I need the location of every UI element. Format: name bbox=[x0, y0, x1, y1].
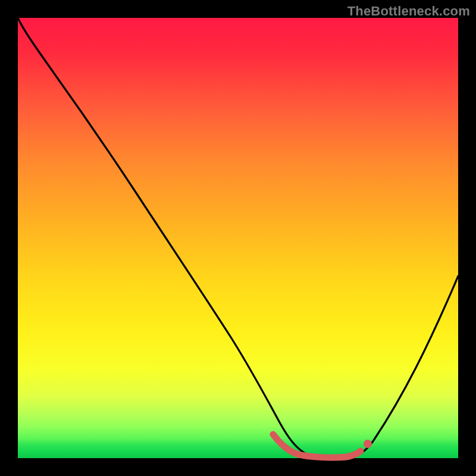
chart-frame: TheBottleneck.com bbox=[0, 0, 476, 476]
trough-marker-segment bbox=[273, 434, 361, 458]
trough-marker-dot bbox=[364, 440, 372, 448]
plot-area bbox=[18, 18, 458, 458]
watermark-text: TheBottleneck.com bbox=[347, 4, 470, 19]
bottleneck-curve-line bbox=[18, 18, 458, 458]
chart-svg bbox=[18, 18, 458, 458]
